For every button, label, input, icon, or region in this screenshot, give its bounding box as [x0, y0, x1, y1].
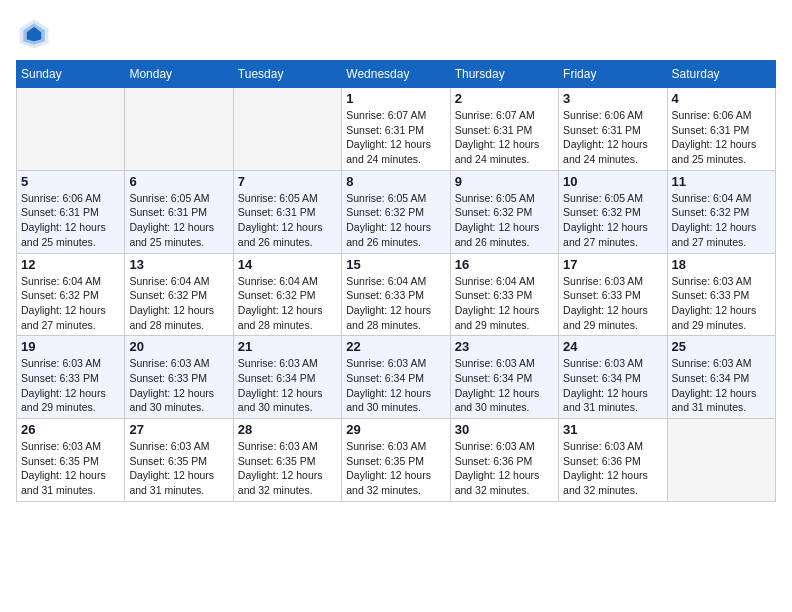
calendar-cell: 31Sunrise: 6:03 AM Sunset: 6:36 PM Dayli…: [559, 419, 667, 502]
calendar-table: SundayMondayTuesdayWednesdayThursdayFrid…: [16, 60, 776, 502]
day-number: 1: [346, 91, 445, 106]
logo: [16, 16, 56, 52]
calendar-cell: 4Sunrise: 6:06 AM Sunset: 6:31 PM Daylig…: [667, 88, 775, 171]
day-info: Sunrise: 6:03 AM Sunset: 6:33 PM Dayligh…: [129, 356, 228, 415]
weekday-header-tuesday: Tuesday: [233, 61, 341, 88]
calendar-cell: 26Sunrise: 6:03 AM Sunset: 6:35 PM Dayli…: [17, 419, 125, 502]
calendar-cell: [125, 88, 233, 171]
calendar-cell: 7Sunrise: 6:05 AM Sunset: 6:31 PM Daylig…: [233, 170, 341, 253]
day-info: Sunrise: 6:07 AM Sunset: 6:31 PM Dayligh…: [455, 108, 554, 167]
day-number: 27: [129, 422, 228, 437]
day-info: Sunrise: 6:04 AM Sunset: 6:32 PM Dayligh…: [238, 274, 337, 333]
weekday-header-thursday: Thursday: [450, 61, 558, 88]
calendar-week-row: 1Sunrise: 6:07 AM Sunset: 6:31 PM Daylig…: [17, 88, 776, 171]
day-info: Sunrise: 6:03 AM Sunset: 6:35 PM Dayligh…: [238, 439, 337, 498]
day-number: 29: [346, 422, 445, 437]
calendar-cell: 29Sunrise: 6:03 AM Sunset: 6:35 PM Dayli…: [342, 419, 450, 502]
calendar-cell: 19Sunrise: 6:03 AM Sunset: 6:33 PM Dayli…: [17, 336, 125, 419]
calendar-cell: 1Sunrise: 6:07 AM Sunset: 6:31 PM Daylig…: [342, 88, 450, 171]
calendar-cell: 12Sunrise: 6:04 AM Sunset: 6:32 PM Dayli…: [17, 253, 125, 336]
day-number: 13: [129, 257, 228, 272]
day-number: 14: [238, 257, 337, 272]
day-info: Sunrise: 6:03 AM Sunset: 6:35 PM Dayligh…: [21, 439, 120, 498]
day-number: 30: [455, 422, 554, 437]
day-number: 17: [563, 257, 662, 272]
day-number: 25: [672, 339, 771, 354]
day-number: 28: [238, 422, 337, 437]
day-number: 7: [238, 174, 337, 189]
day-info: Sunrise: 6:06 AM Sunset: 6:31 PM Dayligh…: [21, 191, 120, 250]
calendar-cell: 30Sunrise: 6:03 AM Sunset: 6:36 PM Dayli…: [450, 419, 558, 502]
calendar-cell: 5Sunrise: 6:06 AM Sunset: 6:31 PM Daylig…: [17, 170, 125, 253]
day-number: 23: [455, 339, 554, 354]
day-info: Sunrise: 6:03 AM Sunset: 6:35 PM Dayligh…: [346, 439, 445, 498]
calendar-cell: 8Sunrise: 6:05 AM Sunset: 6:32 PM Daylig…: [342, 170, 450, 253]
day-info: Sunrise: 6:05 AM Sunset: 6:31 PM Dayligh…: [129, 191, 228, 250]
day-number: 8: [346, 174, 445, 189]
day-number: 2: [455, 91, 554, 106]
weekday-header-wednesday: Wednesday: [342, 61, 450, 88]
day-info: Sunrise: 6:03 AM Sunset: 6:34 PM Dayligh…: [455, 356, 554, 415]
calendar-cell: [667, 419, 775, 502]
day-info: Sunrise: 6:06 AM Sunset: 6:31 PM Dayligh…: [563, 108, 662, 167]
calendar-week-row: 26Sunrise: 6:03 AM Sunset: 6:35 PM Dayli…: [17, 419, 776, 502]
calendar-cell: 6Sunrise: 6:05 AM Sunset: 6:31 PM Daylig…: [125, 170, 233, 253]
day-number: 26: [21, 422, 120, 437]
day-info: Sunrise: 6:03 AM Sunset: 6:36 PM Dayligh…: [563, 439, 662, 498]
calendar-cell: 28Sunrise: 6:03 AM Sunset: 6:35 PM Dayli…: [233, 419, 341, 502]
day-number: 5: [21, 174, 120, 189]
day-info: Sunrise: 6:03 AM Sunset: 6:34 PM Dayligh…: [672, 356, 771, 415]
calendar-cell: 9Sunrise: 6:05 AM Sunset: 6:32 PM Daylig…: [450, 170, 558, 253]
day-info: Sunrise: 6:05 AM Sunset: 6:32 PM Dayligh…: [455, 191, 554, 250]
day-info: Sunrise: 6:03 AM Sunset: 6:33 PM Dayligh…: [563, 274, 662, 333]
day-info: Sunrise: 6:04 AM Sunset: 6:33 PM Dayligh…: [346, 274, 445, 333]
calendar-week-row: 5Sunrise: 6:06 AM Sunset: 6:31 PM Daylig…: [17, 170, 776, 253]
calendar-cell: 17Sunrise: 6:03 AM Sunset: 6:33 PM Dayli…: [559, 253, 667, 336]
day-info: Sunrise: 6:03 AM Sunset: 6:35 PM Dayligh…: [129, 439, 228, 498]
day-number: 22: [346, 339, 445, 354]
day-info: Sunrise: 6:06 AM Sunset: 6:31 PM Dayligh…: [672, 108, 771, 167]
calendar-cell: [233, 88, 341, 171]
day-number: 31: [563, 422, 662, 437]
day-number: 4: [672, 91, 771, 106]
calendar-cell: 13Sunrise: 6:04 AM Sunset: 6:32 PM Dayli…: [125, 253, 233, 336]
calendar-cell: 2Sunrise: 6:07 AM Sunset: 6:31 PM Daylig…: [450, 88, 558, 171]
weekday-header-sunday: Sunday: [17, 61, 125, 88]
calendar-cell: 14Sunrise: 6:04 AM Sunset: 6:32 PM Dayli…: [233, 253, 341, 336]
calendar-cell: 3Sunrise: 6:06 AM Sunset: 6:31 PM Daylig…: [559, 88, 667, 171]
day-number: 16: [455, 257, 554, 272]
calendar-cell: [17, 88, 125, 171]
day-info: Sunrise: 6:04 AM Sunset: 6:33 PM Dayligh…: [455, 274, 554, 333]
day-info: Sunrise: 6:03 AM Sunset: 6:36 PM Dayligh…: [455, 439, 554, 498]
calendar-cell: 21Sunrise: 6:03 AM Sunset: 6:34 PM Dayli…: [233, 336, 341, 419]
day-number: 21: [238, 339, 337, 354]
weekday-header-monday: Monday: [125, 61, 233, 88]
day-info: Sunrise: 6:03 AM Sunset: 6:34 PM Dayligh…: [238, 356, 337, 415]
day-info: Sunrise: 6:04 AM Sunset: 6:32 PM Dayligh…: [21, 274, 120, 333]
calendar-body: 1Sunrise: 6:07 AM Sunset: 6:31 PM Daylig…: [17, 88, 776, 502]
day-info: Sunrise: 6:04 AM Sunset: 6:32 PM Dayligh…: [672, 191, 771, 250]
day-number: 20: [129, 339, 228, 354]
day-number: 10: [563, 174, 662, 189]
calendar-cell: 24Sunrise: 6:03 AM Sunset: 6:34 PM Dayli…: [559, 336, 667, 419]
calendar-header: SundayMondayTuesdayWednesdayThursdayFrid…: [17, 61, 776, 88]
day-number: 18: [672, 257, 771, 272]
calendar-cell: 27Sunrise: 6:03 AM Sunset: 6:35 PM Dayli…: [125, 419, 233, 502]
calendar-cell: 23Sunrise: 6:03 AM Sunset: 6:34 PM Dayli…: [450, 336, 558, 419]
calendar-week-row: 19Sunrise: 6:03 AM Sunset: 6:33 PM Dayli…: [17, 336, 776, 419]
weekday-header-friday: Friday: [559, 61, 667, 88]
day-info: Sunrise: 6:05 AM Sunset: 6:32 PM Dayligh…: [563, 191, 662, 250]
day-info: Sunrise: 6:03 AM Sunset: 6:34 PM Dayligh…: [346, 356, 445, 415]
calendar-cell: 22Sunrise: 6:03 AM Sunset: 6:34 PM Dayli…: [342, 336, 450, 419]
calendar-week-row: 12Sunrise: 6:04 AM Sunset: 6:32 PM Dayli…: [17, 253, 776, 336]
day-info: Sunrise: 6:05 AM Sunset: 6:32 PM Dayligh…: [346, 191, 445, 250]
calendar-cell: 11Sunrise: 6:04 AM Sunset: 6:32 PM Dayli…: [667, 170, 775, 253]
day-number: 9: [455, 174, 554, 189]
day-info: Sunrise: 6:04 AM Sunset: 6:32 PM Dayligh…: [129, 274, 228, 333]
day-number: 6: [129, 174, 228, 189]
calendar-cell: 10Sunrise: 6:05 AM Sunset: 6:32 PM Dayli…: [559, 170, 667, 253]
calendar-cell: 18Sunrise: 6:03 AM Sunset: 6:33 PM Dayli…: [667, 253, 775, 336]
day-info: Sunrise: 6:03 AM Sunset: 6:33 PM Dayligh…: [21, 356, 120, 415]
weekday-header-row: SundayMondayTuesdayWednesdayThursdayFrid…: [17, 61, 776, 88]
day-number: 12: [21, 257, 120, 272]
